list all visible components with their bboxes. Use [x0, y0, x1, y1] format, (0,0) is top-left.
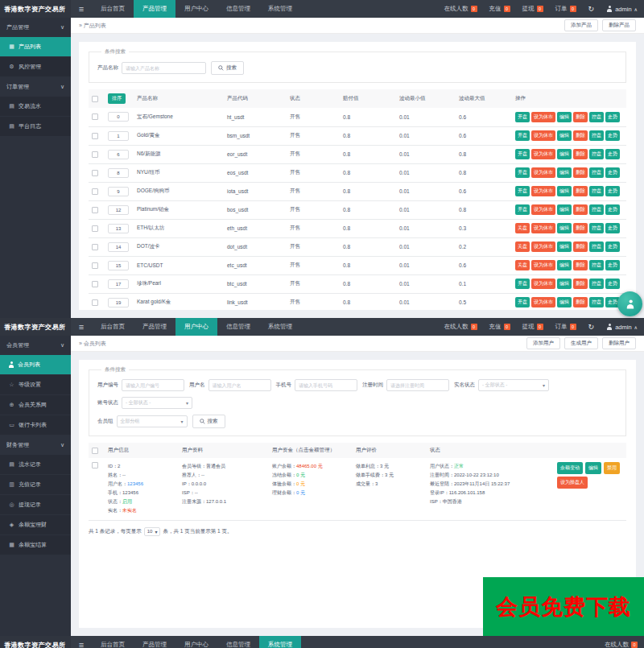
- sidebar-group-finance-mgmt[interactable]: 财务管理∨: [0, 435, 71, 455]
- delete-button[interactable]: 删除: [573, 167, 588, 178]
- stat-recharge[interactable]: 充值0: [489, 323, 510, 331]
- delete-button[interactable]: 删除: [573, 260, 588, 270]
- phone-input[interactable]: [295, 379, 357, 391]
- sidebar-item-yuebao-settle[interactable]: ▦余额宝结算: [0, 535, 71, 555]
- stat-withdraw[interactable]: 提现0: [522, 323, 543, 331]
- suspend-market-button[interactable]: 设为休市: [531, 204, 555, 215]
- delete-user-button[interactable]: 删除用户: [602, 337, 636, 349]
- sidebar-item-product-list[interactable]: ▦产品列表: [0, 37, 71, 57]
- nav-products[interactable]: 产品管理: [134, 318, 175, 336]
- stat-online[interactable]: 在线人数0: [605, 641, 638, 648]
- nav-user-center[interactable]: 用户中心: [175, 636, 217, 648]
- add-user-button[interactable]: 添加用户: [526, 337, 560, 349]
- control-button[interactable]: 控盘: [589, 297, 604, 307]
- delete-button[interactable]: 删除: [573, 149, 588, 159]
- toggle-market-button[interactable]: 开盘: [515, 112, 530, 122]
- sidebar-item-level-settings[interactable]: ☆等级设置: [0, 375, 71, 395]
- row-checkbox[interactable]: [92, 151, 98, 158]
- sort-value-input[interactable]: 15: [108, 261, 129, 270]
- edit-button[interactable]: 编辑: [557, 204, 572, 215]
- nav-user-center[interactable]: 用户中心: [175, 318, 217, 336]
- hamburger-icon[interactable]: ≡: [71, 636, 92, 648]
- control-button[interactable]: 控盘: [589, 130, 604, 141]
- delete-button[interactable]: 删除: [573, 279, 588, 289]
- sidebar-item-yuebao-invest[interactable]: ◈余额宝理财: [0, 515, 71, 535]
- toggle-market-button[interactable]: 开盘: [515, 167, 530, 178]
- member-group-select[interactable]: 全部分组▾: [117, 415, 188, 427]
- delete-button[interactable]: 删除: [573, 241, 588, 252]
- trend-button[interactable]: 走势: [605, 241, 620, 252]
- sidebar-item-member-network[interactable]: ⊕会员关系网: [0, 395, 71, 415]
- row-checkbox[interactable]: [92, 114, 98, 120]
- trend-button[interactable]: 走势: [605, 167, 620, 178]
- delete-button[interactable]: 删除: [573, 297, 588, 307]
- register-time-input[interactable]: [386, 379, 449, 391]
- control-button[interactable]: 控盘: [589, 167, 604, 178]
- edit-button[interactable]: 编辑: [557, 167, 572, 178]
- sidebar-item-withdraw-records[interactable]: ◎提现记录: [0, 495, 71, 515]
- sort-header-button[interactable]: 排序: [108, 93, 126, 104]
- toggle-market-button[interactable]: 开盘: [515, 186, 530, 196]
- row-checkbox[interactable]: [92, 207, 98, 213]
- sidebar-item-platform-log[interactable]: ▤平台日志: [0, 117, 71, 137]
- user-menu[interactable]: admin∧: [606, 324, 638, 331]
- trend-button[interactable]: 走势: [605, 260, 620, 270]
- row-checkbox[interactable]: [92, 133, 98, 139]
- nav-system[interactable]: 系统管理: [259, 0, 301, 18]
- sort-value-input[interactable]: 19: [108, 298, 129, 307]
- toggle-market-button[interactable]: 开盘: [515, 297, 530, 307]
- user-menu[interactable]: admin∧: [606, 6, 638, 13]
- control-button[interactable]: 控盘: [589, 260, 604, 270]
- nav-info[interactable]: 信息管理: [217, 0, 259, 18]
- toggle-market-button[interactable]: 关盘: [515, 241, 530, 252]
- sort-value-input[interactable]: 9: [108, 187, 129, 196]
- suspend-market-button[interactable]: 设为休市: [531, 112, 555, 122]
- edit-button[interactable]: 编辑: [557, 260, 572, 270]
- toggle-market-button[interactable]: 开盘: [515, 149, 530, 159]
- nav-home[interactable]: 后台首页: [92, 636, 134, 648]
- edit-button[interactable]: 编辑: [557, 241, 572, 252]
- sort-value-input[interactable]: 0: [108, 112, 129, 122]
- control-button[interactable]: 控盘: [589, 112, 604, 122]
- search-button[interactable]: 搜索: [192, 415, 225, 428]
- suspend-market-button[interactable]: 设为休市: [531, 297, 555, 307]
- row-checkbox[interactable]: [92, 170, 98, 176]
- nav-products[interactable]: 产品管理: [134, 0, 175, 18]
- nav-info[interactable]: 信息管理: [217, 318, 259, 336]
- username-input[interactable]: [208, 379, 271, 391]
- trend-button[interactable]: 走势: [605, 149, 620, 159]
- hamburger-icon[interactable]: ≡: [71, 318, 92, 336]
- sidebar-item-trade-flow[interactable]: ▤交易流水: [0, 97, 71, 117]
- row-checkbox[interactable]: [92, 225, 98, 232]
- sidebar-item-flow-records[interactable]: ▤流水记录: [0, 455, 71, 475]
- edit-button[interactable]: 编辑: [557, 186, 572, 196]
- row-checkbox[interactable]: [92, 262, 98, 269]
- nav-products[interactable]: 产品管理: [134, 636, 175, 648]
- account-status-select[interactable]: - 全部状态 -▾: [122, 397, 192, 409]
- stat-online[interactable]: 在线人数0: [444, 323, 477, 331]
- nav-user-center[interactable]: 用户中心: [175, 0, 217, 18]
- trend-button[interactable]: 走势: [605, 112, 620, 122]
- row-checkbox[interactable]: [92, 462, 98, 468]
- sort-value-input[interactable]: 6: [108, 150, 129, 159]
- sidebar-item-recharge-records[interactable]: ▥充值记录: [0, 475, 71, 495]
- suspend-market-button[interactable]: 设为休市: [531, 186, 555, 196]
- suspend-market-button[interactable]: 设为休市: [531, 167, 555, 178]
- add-product-button[interactable]: 添加产品: [564, 19, 598, 31]
- nav-info[interactable]: 信息管理: [217, 636, 259, 648]
- toggle-market-button[interactable]: 开盘: [515, 204, 530, 215]
- realname-status-select[interactable]: - 全部状态 -▾: [478, 379, 549, 391]
- edit-member-button[interactable]: 编辑: [585, 462, 601, 474]
- control-button[interactable]: 控盘: [589, 279, 604, 289]
- row-checkbox[interactable]: [92, 281, 98, 287]
- delete-button[interactable]: 删除: [573, 130, 588, 141]
- nav-home[interactable]: 后台首页: [92, 0, 134, 18]
- sidebar-group-member-mgmt[interactable]: 会员管理∨: [0, 336, 71, 355]
- toggle-market-button[interactable]: 开盘: [515, 130, 530, 141]
- control-button[interactable]: 控盘: [589, 149, 604, 159]
- trend-button[interactable]: 走势: [605, 279, 620, 289]
- username-link[interactable]: 123456: [127, 481, 143, 486]
- control-button[interactable]: 控盘: [589, 241, 604, 252]
- hamburger-icon[interactable]: ≡: [71, 0, 92, 18]
- suspend-market-button[interactable]: 设为休市: [531, 149, 555, 159]
